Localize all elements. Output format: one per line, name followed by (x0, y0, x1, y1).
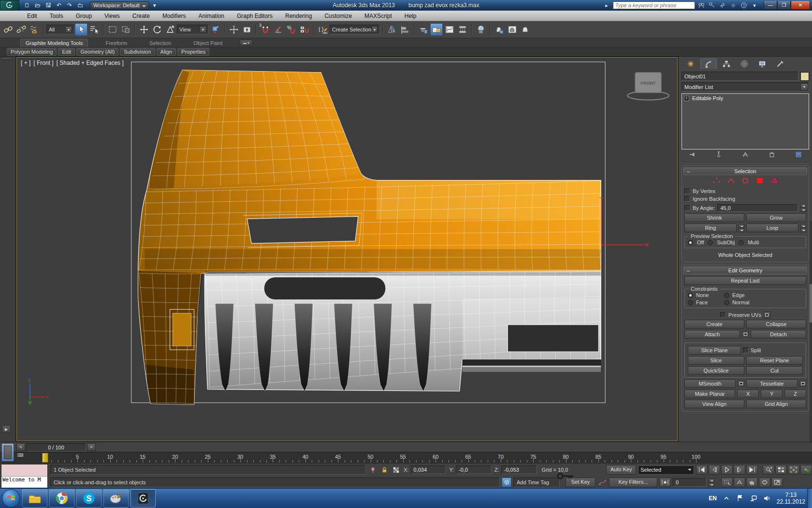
mirror-icon[interactable] (386, 23, 398, 36)
constraint-none-radio[interactable] (688, 293, 693, 298)
select-and-link-icon[interactable] (2, 23, 14, 36)
taskbar-paint[interactable] (103, 489, 129, 508)
orbit-icon[interactable] (759, 478, 770, 487)
object-color-swatch[interactable] (800, 72, 809, 81)
maximize-viewport-toggle-icon[interactable] (771, 478, 783, 487)
go-to-start-button[interactable] (696, 465, 708, 475)
pan-hand-icon[interactable] (746, 478, 758, 487)
window-crossing-icon[interactable] (119, 23, 132, 36)
menu-rendering[interactable]: Rendering (279, 12, 318, 20)
time-slider-display[interactable]: 0 / 100 (26, 443, 86, 451)
taskbar-explorer[interactable] (22, 489, 47, 508)
taskbar-clock[interactable]: 7:1322.11.2012 (777, 492, 805, 505)
open-file-icon[interactable]: 🗁 (33, 1, 43, 10)
repeat-last-button[interactable]: Repeat Last (684, 276, 806, 285)
by-angle-checkbox[interactable] (684, 205, 690, 211)
next-frame-key-button[interactable] (734, 465, 745, 475)
align-icon[interactable] (399, 23, 411, 36)
constraint-normal-radio[interactable] (724, 300, 729, 305)
subscription-key-icon[interactable] (708, 1, 716, 9)
constraint-edge-radio[interactable] (724, 293, 729, 298)
unlink-selection-icon[interactable] (15, 23, 28, 36)
workspace-dropdown[interactable]: Workspace: Default (90, 1, 149, 10)
ribbon-tab-graphite[interactable]: Graphite Modeling Tools (20, 39, 88, 47)
viewport-pov-menu[interactable]: [ Front ] (33, 60, 53, 66)
make-planar-button[interactable]: Make Planar (684, 389, 735, 398)
vertex-subobject-icon[interactable] (712, 177, 721, 185)
menu-graph-editors[interactable]: Graph Editors (231, 12, 278, 20)
ribbon-panel-subdivision[interactable]: Subdivision (120, 48, 155, 56)
close-button[interactable]: ✕ (791, 1, 810, 10)
by-angle-spinner[interactable] (800, 204, 806, 212)
angle-snap-toggle-icon[interactable] (272, 23, 285, 36)
configure-modifier-sets-icon[interactable] (795, 151, 802, 159)
loop-button[interactable]: Loop (746, 224, 798, 232)
open-containers-toolbar-icon[interactable]: ▶ (2, 425, 11, 433)
qat-customize-icon[interactable]: ▾ (150, 1, 160, 10)
menu-tools[interactable]: Tools (44, 12, 69, 20)
network-icon[interactable] (750, 494, 757, 502)
rectangular-selection-region-icon[interactable] (106, 23, 119, 36)
y-coordinate-field[interactable]: -0,0 (456, 465, 492, 474)
ring-spinner[interactable] (739, 224, 744, 232)
zoom-extents-icon[interactable] (788, 465, 799, 475)
tessellate-button[interactable]: Tessellate (746, 379, 798, 388)
menu-customize[interactable]: Customize (319, 12, 358, 20)
stack-expand-icon[interactable]: + (684, 96, 689, 101)
make-planar-z-button[interactable]: Z (784, 389, 806, 398)
select-and-scale-icon[interactable] (164, 23, 176, 36)
maximize-button[interactable]: ❐ (777, 1, 791, 10)
absolute-offset-mode-icon[interactable] (391, 465, 401, 475)
view-align-button[interactable]: View Align (684, 400, 744, 408)
menu-edit[interactable]: Edit (21, 12, 43, 20)
curve-editor-icon[interactable] (443, 23, 456, 36)
ribbon-tab-object-paint[interactable]: Object Paint (188, 39, 227, 47)
maxscript-mini-listener[interactable]: Welcome to M (1, 464, 48, 488)
taskbar-3dsmax[interactable] (130, 489, 156, 508)
named-selection-sets-dropdown[interactable]: Create Selection Se▼ (330, 25, 380, 34)
reference-coordinate-dropdown[interactable]: View▼ (177, 25, 209, 34)
bind-to-space-warp-icon[interactable] (28, 23, 41, 36)
show-hidden-icons-icon[interactable] (723, 494, 730, 502)
current-frame-field[interactable]: 0 (673, 478, 707, 487)
zoom-icon[interactable] (763, 465, 774, 475)
menu-animation[interactable]: Animation (193, 12, 230, 20)
msmooth-settings-icon[interactable] (738, 380, 744, 387)
key-mode-toggle-icon[interactable] (659, 478, 671, 487)
layer-manager-icon[interactable] (417, 23, 430, 36)
previous-frame-button[interactable]: < (16, 443, 25, 451)
render-setup-icon[interactable] (493, 23, 506, 36)
edit-named-selection-sets-icon[interactable]: { }ABC (317, 23, 329, 36)
loop-spinner[interactable] (800, 224, 806, 232)
modifier-stack[interactable]: + Editable Poly (682, 93, 809, 149)
start-button[interactable] (2, 489, 20, 508)
preview-multi-radio[interactable] (739, 240, 744, 245)
frame-spinner[interactable] (709, 478, 714, 487)
taskbar-chrome[interactable] (49, 489, 74, 508)
ribbon-panel-polygon-modeling[interactable]: Polygon Modeling (7, 48, 57, 56)
animate-selected-dropdown[interactable]: Selected (638, 465, 694, 475)
selection-filter-dropdown[interactable]: All▼ (46, 25, 74, 34)
track-bar[interactable]: ⌨ 05101520253035404550556065707580859095… (0, 452, 812, 463)
open-mini-curve-editor-button[interactable] (1, 443, 14, 462)
select-and-manipulate-icon[interactable] (228, 23, 240, 36)
utilities-tab-icon[interactable] (772, 59, 788, 69)
motion-tab-icon[interactable] (736, 59, 753, 69)
taskbar-skype[interactable]: S (76, 489, 102, 508)
key-filters-button[interactable]: Key Filters... (609, 478, 657, 487)
edge-subobject-icon[interactable] (727, 177, 735, 185)
cut-button[interactable]: Cut (746, 366, 803, 375)
listener-field[interactable]: Welcome to M (1, 477, 47, 488)
show-desktop-button[interactable] (807, 489, 812, 508)
selection-lock-icon[interactable] (379, 465, 389, 475)
use-pivot-point-center-icon[interactable] (209, 23, 222, 36)
collapse-button[interactable]: Collapse (746, 320, 806, 329)
make-unique-icon[interactable] (741, 151, 749, 159)
dock-grip[interactable] (2, 59, 12, 60)
ribbon-minimize-icon[interactable]: ▬ ▾ (240, 40, 252, 46)
menu-group[interactable]: Group (70, 12, 98, 20)
front-viewport[interactable]: [ + ] [ Front ] [ Shaded + Edged Faces ] (16, 57, 678, 441)
search-icon[interactable] (697, 1, 706, 9)
select-and-move-icon[interactable] (138, 23, 150, 36)
ribbon-panel-edit[interactable]: Edit (58, 48, 75, 56)
